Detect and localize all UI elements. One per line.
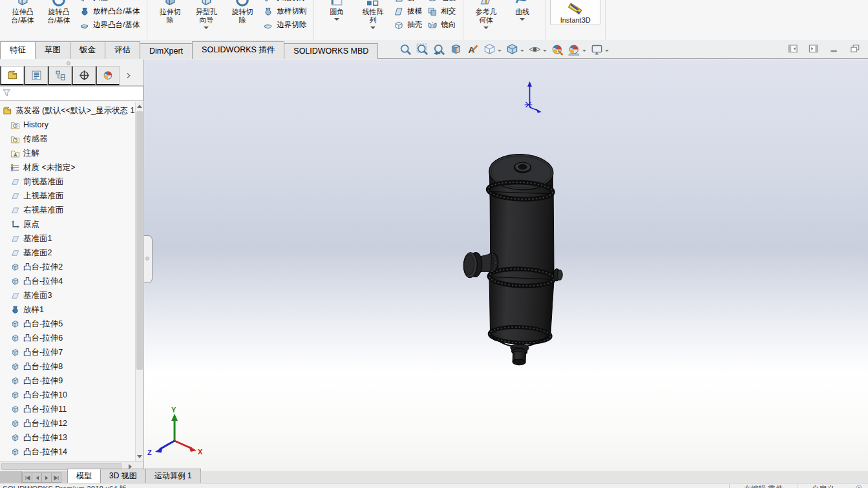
restore-window-button[interactable] <box>850 44 860 56</box>
scroll-down-button[interactable] <box>136 452 143 461</box>
dropdown-arrow-icon[interactable] <box>204 27 209 29</box>
tree-item-凸台-拉伸2[interactable]: 凸台-拉伸2 <box>0 260 135 274</box>
ribbon-button-reference-geometry[interactable]: 参考几何体 <box>468 0 504 29</box>
tree-item-原点[interactable]: 原点 <box>0 217 135 231</box>
ribbon-button-lofted-cut[interactable]: 放样切割 <box>260 5 309 18</box>
headsup-dynamic-annotation-views[interactable]: A <box>465 43 480 58</box>
bottom-splitter[interactable] <box>0 471 22 483</box>
headsup-view-settings[interactable] <box>589 43 610 58</box>
tag-icon[interactable] <box>855 484 863 488</box>
command-tab-钣金[interactable]: 钣金 <box>70 41 105 59</box>
last-sheet-button[interactable] <box>51 472 61 483</box>
ribbon-button-fillet[interactable]: 圆角 <box>319 0 355 21</box>
panel-tab-dimxpertmanager[interactable] <box>72 66 96 85</box>
command-tab-特征[interactable]: 特征 <box>0 41 36 59</box>
dropdown-arrow-icon[interactable] <box>520 50 524 52</box>
panel-tab-propertymanager[interactable] <box>24 66 48 85</box>
panel-flyout-splitter[interactable] <box>144 235 153 283</box>
tree-item-材质 <未指定>[interactable]: 材质 <未指定> <box>0 160 135 175</box>
dropdown-arrow-icon[interactable] <box>498 50 502 52</box>
next-sheet-button[interactable] <box>41 472 52 483</box>
ribbon-button-draft[interactable]: 拔模 <box>391 5 425 18</box>
collapse-right-pane-button[interactable] <box>809 44 819 56</box>
ribbon-button-swept-cut[interactable]: 扫描切除 <box>260 0 309 5</box>
command-tab-DimXpert[interactable]: DimXpert <box>140 43 193 59</box>
headsup-zoom-to-fit[interactable] <box>398 43 413 58</box>
tree-item-凸台-拉伸7[interactable]: 凸台-拉伸7 <box>0 345 135 359</box>
ribbon-button-swept-boss[interactable]: 扫描 <box>77 0 142 5</box>
collapse-left-pane-button[interactable] <box>788 44 798 56</box>
headsup-view-orientation[interactable] <box>482 43 503 58</box>
tree-item-凸台-拉伸8[interactable]: 凸台-拉伸8 <box>0 359 135 374</box>
ribbon-button-revolved-cut[interactable]: 旋转切除 <box>224 0 260 25</box>
dropdown-arrow-icon[interactable] <box>543 50 547 52</box>
tree-item-凸台-拉伸14[interactable]: 凸台-拉伸14 <box>0 445 135 459</box>
dropdown-arrow-icon[interactable] <box>483 27 489 29</box>
dropdown-arrow-icon[interactable] <box>370 27 376 29</box>
ribbon-button-boundary-boss[interactable]: 边界凸台/基体 <box>77 18 142 32</box>
tree-item-凸台-拉伸4[interactable]: 凸台-拉伸4 <box>0 274 135 288</box>
tree-item-基准面1[interactable]: 基准面1 <box>0 231 135 246</box>
headsup-edit-appearance[interactable] <box>550 43 565 58</box>
headsup-previous-view[interactable] <box>432 43 447 58</box>
command-tab-SOLIDWORKS MBD[interactable]: SOLIDWORKS MBD <box>284 43 378 59</box>
tree-item-基准面2[interactable]: 基准面2 <box>0 246 135 260</box>
panel-tab-displaymanager[interactable] <box>96 66 120 85</box>
tree-item-凸台-拉伸6[interactable]: 凸台-拉伸6 <box>0 331 135 345</box>
tree-item-凸台-拉伸10[interactable]: 凸台-拉伸10 <box>0 388 135 402</box>
ribbon-button-extruded-boss[interactable]: 拉伸凸台/基体 <box>5 0 41 25</box>
tree-item-基准面3[interactable]: 基准面3 <box>0 288 135 302</box>
panel-tab-configurationmanager[interactable] <box>48 66 72 85</box>
tree-item-History[interactable]: History <box>0 118 135 132</box>
panel-top-splitter[interactable] <box>0 59 143 66</box>
dropdown-arrow-icon[interactable] <box>605 50 609 52</box>
tree-item-传感器[interactable]: 传感器 <box>0 132 135 146</box>
tree-item-凸台-拉伸13[interactable]: 凸台-拉伸13 <box>0 430 135 445</box>
tree-item-注解[interactable]: A注解 <box>0 146 135 160</box>
tree-item-凸台-拉伸11[interactable]: 凸台-拉伸11 <box>0 402 135 416</box>
ribbon-button-instant3d[interactable]: Instant3D <box>550 0 600 25</box>
sheet-tab-3D 视图[interactable]: 3D 视图 <box>100 469 146 483</box>
tree-item-右视基准面[interactable]: 右视基准面 <box>0 203 135 217</box>
dropdown-arrow-icon[interactable] <box>520 18 525 21</box>
model-evaporator[interactable] <box>460 152 567 366</box>
sheet-tab-模型[interactable]: 模型 <box>67 469 101 483</box>
sheet-tab-运动算例 1[interactable]: 运动算例 1 <box>145 469 201 483</box>
ribbon-button-intersect[interactable]: 相交 <box>425 5 458 18</box>
tree-item-放样1[interactable]: 放样1 <box>0 302 135 317</box>
ribbon-button-wrap[interactable]: 包覆 <box>425 0 458 5</box>
tree-vertical-scrollbar[interactable] <box>135 102 143 461</box>
feature-tree-filter[interactable] <box>0 86 143 101</box>
headsup-apply-scene[interactable] <box>567 43 587 58</box>
ribbon-button-shell[interactable]: 抽壳 <box>391 18 425 32</box>
panel-tabs-overflow[interactable] <box>120 66 138 85</box>
command-tab-评估[interactable]: 评估 <box>105 41 140 59</box>
headsup-display-style[interactable] <box>505 43 525 58</box>
panel-tab-featuremanager[interactable] <box>0 66 24 85</box>
tree-item-上视基准面[interactable]: 上视基准面 <box>0 189 135 203</box>
graphics-area[interactable]: Y X Z <box>144 59 868 471</box>
ribbon-button-curves[interactable]: 曲线 <box>504 0 540 21</box>
tree-item-前视基准面[interactable]: 前视基准面 <box>0 175 135 189</box>
scroll-up-button[interactable] <box>136 102 143 111</box>
dropdown-arrow-icon[interactable] <box>582 50 586 52</box>
ribbon-button-mirror[interactable]: 镜向 <box>425 18 458 32</box>
tree-root-item[interactable]: 蒸发器 (默认<<默认>_显示状态 1>) <box>0 103 135 118</box>
first-sheet-button[interactable] <box>22 472 32 483</box>
tree-item-凸台-拉伸12[interactable]: 凸台-拉伸12 <box>0 416 135 430</box>
tree-item-凸台-拉伸9[interactable]: 凸台-拉伸9 <box>0 374 135 388</box>
ribbon-button-revolved-boss[interactable]: 旋转凸台/基体 <box>41 0 77 25</box>
ribbon-button-extruded-cut[interactable]: 拉伸切除 <box>152 0 188 25</box>
command-tab-草图[interactable]: 草图 <box>35 41 70 59</box>
ribbon-button-linear-pattern[interactable]: 线性阵列 <box>355 0 391 29</box>
dropdown-arrow-icon[interactable] <box>334 18 339 21</box>
prev-sheet-button[interactable] <box>32 472 42 483</box>
headsup-hide-show-items[interactable] <box>527 43 548 58</box>
tree-item-凸台-拉伸5[interactable]: 凸台-拉伸5 <box>0 317 135 331</box>
minimize-window-button[interactable] <box>829 44 840 56</box>
headsup-section-view[interactable] <box>449 43 463 58</box>
vertical-scroll-thumb[interactable] <box>136 111 143 370</box>
command-tab-SOLIDWORKS 插件[interactable]: SOLIDWORKS 插件 <box>192 41 284 59</box>
ribbon-button-hole-wizard[interactable]: 异型孔向导 <box>188 0 224 29</box>
ribbon-button-rib[interactable]: 筋 <box>391 0 425 5</box>
